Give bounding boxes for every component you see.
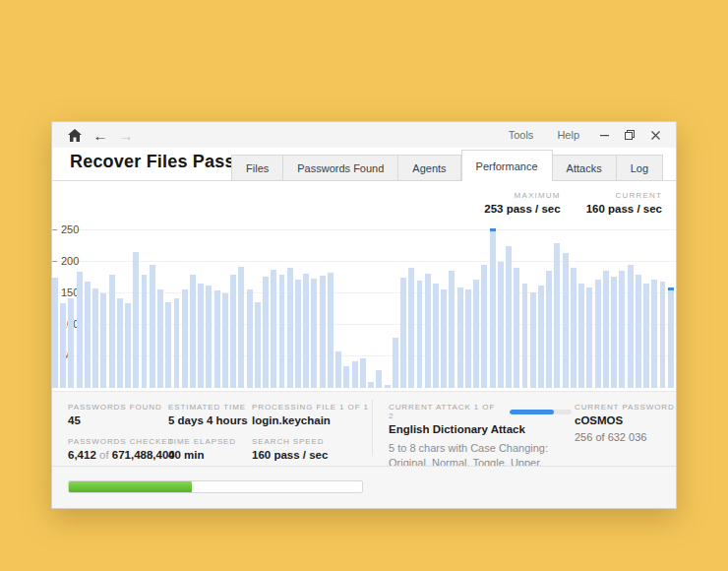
chart-bar: [271, 270, 276, 388]
stat-label: ESTIMATED TIME: [168, 403, 248, 412]
stat-search-speed: SEARCH SPEED 160 pass / sec: [252, 437, 369, 461]
chart-legend: MAXIMUM 253 pass / sec CURRENT 160 pass …: [484, 191, 662, 215]
chart-bar: [52, 278, 58, 388]
chart-bar: [238, 267, 244, 388]
chart-bar: [393, 338, 398, 388]
stat-value: login.keychain: [252, 414, 369, 426]
chart-bar: [498, 262, 504, 388]
of-text: of: [99, 449, 109, 461]
chart-bar: [335, 351, 341, 388]
home-icon: [68, 129, 82, 142]
chart-bar: [133, 252, 139, 388]
chart-bar: [465, 289, 471, 388]
stat-value: 45: [68, 414, 175, 426]
chart-bar: [586, 287, 592, 388]
chart-bar: [150, 265, 155, 388]
current-password-label: CURRENT PASSWORD: [575, 403, 675, 412]
restore-button[interactable]: [619, 125, 640, 145]
stat-value: 6,412 of 671,488,400: [68, 449, 175, 461]
chart-bar: [328, 273, 334, 388]
header: Recover Files Passwords Files Passwords …: [52, 148, 676, 181]
forward-button[interactable]: →: [113, 124, 139, 146]
chart-bar: [619, 271, 625, 388]
current-marker: [668, 287, 674, 290]
chart-bar: [595, 280, 601, 388]
help-menu[interactable]: Help: [547, 125, 589, 145]
chart-bar: [295, 280, 301, 388]
chart-bar: [481, 265, 487, 388]
chart-bar: [425, 274, 431, 388]
stat-processing-file: PROCESSING FILE 1 OF 1 login.keychain: [252, 403, 369, 426]
tab-log[interactable]: Log: [617, 155, 663, 181]
chart-bar: [142, 275, 148, 388]
chart-bar: [668, 287, 674, 388]
tab-files[interactable]: Files: [231, 155, 283, 181]
chart-bar: [417, 281, 423, 388]
back-button[interactable]: ←: [88, 124, 113, 146]
tab-agents[interactable]: Agents: [398, 155, 460, 181]
close-button[interactable]: [644, 125, 666, 145]
gridline: [52, 229, 676, 230]
chart-bar: [660, 282, 666, 388]
tab-performance[interactable]: Performance: [461, 150, 553, 181]
tab-attacks[interactable]: Attacks: [553, 155, 617, 181]
chart-bar: [311, 279, 317, 388]
chart-bar: [611, 277, 617, 388]
forward-arrow-icon: →: [119, 128, 134, 143]
stats-column-3: PROCESSING FILE 1 OF 1 login.keychain SE…: [252, 403, 369, 472]
chart-bar: [457, 287, 463, 388]
chart-bar: [77, 272, 83, 388]
stat-value: 40 min: [168, 449, 248, 461]
chart-bar: [165, 302, 171, 388]
maximum-label: MAXIMUM: [484, 191, 560, 200]
performance-chart: MAXIMUM 253 pass / sec CURRENT 160 pass …: [52, 181, 676, 392]
stat-passwords-checked: PASSWORDS CHECKED 6,412 of 671,488,400: [68, 437, 175, 461]
minimize-button[interactable]: [593, 125, 615, 145]
chart-bar: [287, 268, 293, 388]
current-label: CURRENT: [586, 191, 662, 200]
stats-panel: PASSWORDS FOUND 45 PASSWORDS CHECKED 6,4…: [52, 392, 676, 466]
chart-bar: [490, 228, 496, 388]
chart-bar: [279, 275, 285, 388]
stat-estimated-time: ESTIMATED TIME 5 days 4 hours: [168, 403, 248, 426]
chart-bar: [85, 282, 91, 388]
overall-progress-bar: [68, 480, 363, 493]
chart-bar: [263, 277, 269, 388]
close-icon: [651, 131, 660, 140]
current-password-progress: 256 of 632 036: [575, 431, 675, 443]
chart-bar: [522, 284, 528, 388]
legend-maximum: MAXIMUM 253 pass / sec: [484, 191, 560, 215]
chart-bar: [408, 268, 414, 388]
chart-bar: [376, 370, 382, 388]
overall-progress-fill: [69, 481, 192, 492]
chart-bar: [100, 293, 106, 388]
overall-progress-panel: [52, 466, 676, 508]
stat-label: PASSWORDS CHECKED: [68, 437, 175, 446]
chart-bar: [182, 289, 188, 388]
stat-label: SEARCH SPEED: [252, 437, 369, 446]
stats-column-2: ESTIMATED TIME 5 days 4 hours TIME ELAPS…: [168, 403, 248, 472]
stat-passwords-found: PASSWORDS FOUND 45: [68, 403, 175, 426]
chart-bar: [360, 358, 366, 388]
tab-passwords-found[interactable]: Passwords Found: [283, 155, 398, 181]
chart-bar: [230, 275, 236, 388]
stat-label: PROCESSING FILE 1 OF 1: [252, 403, 369, 412]
chart-bar: [578, 284, 584, 388]
home-button[interactable]: [62, 124, 88, 146]
current-password-section: CURRENT PASSWORD cOSMOS 256 of 632 036: [575, 403, 675, 443]
current-attack-label: CURRENT ATTACK 1 OF 2: [389, 403, 502, 420]
app-window: ← → Tools Help Recover Files Passwords F…: [51, 121, 677, 509]
gridline: [52, 261, 676, 262]
chart-bar: [473, 280, 479, 388]
checked-total: 671,488,400: [112, 449, 175, 461]
current-password-value: cOSMOS: [575, 414, 675, 426]
tab-bar: Files Passwords Found Agents Performance…: [231, 150, 663, 181]
chart-bar: [636, 275, 641, 388]
chart-bar: [174, 298, 180, 388]
y-axis-label: 200: [61, 255, 79, 267]
chart-bar: [352, 361, 358, 388]
chart-bar: [651, 280, 657, 388]
tools-menu[interactable]: Tools: [499, 125, 544, 145]
y-axis-tick: [52, 261, 57, 262]
chart-bar: [643, 284, 649, 388]
